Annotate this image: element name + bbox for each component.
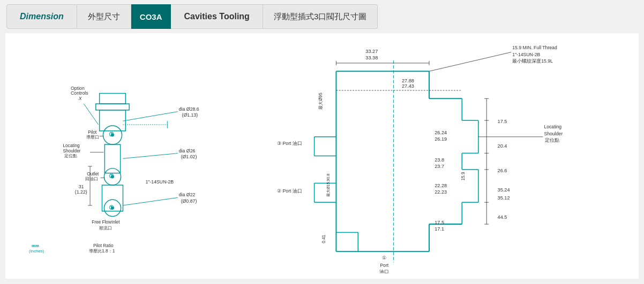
- max15-label: 最大Ø15.90.8: [326, 174, 331, 197]
- dim266-label: 26.6: [498, 168, 507, 173]
- locating-shoulder-chinese: 定位點: [64, 153, 77, 158]
- right-diagram-svg: 33.38 33.27 27.43 27.88 15.9 MIN. Full T…: [225, 39, 633, 273]
- dim238-label: 23.8: [435, 157, 444, 163]
- svg-rect-0: [100, 94, 126, 104]
- pilot-ratio-label: Pilot Ratio: [93, 243, 114, 248]
- svg-line-11: [84, 104, 98, 125]
- dim159-label: 15.9: [461, 172, 466, 180]
- dim2743-label: 27.43: [402, 83, 414, 89]
- thread-label: 1"-14SUN-2B: [145, 179, 174, 185]
- port3-circle: ③ Port 油口: [277, 141, 302, 146]
- dim2223-label: 22.23: [435, 189, 447, 195]
- option-controls-label: Option: [71, 86, 85, 91]
- main-container: Dimension 外型尺寸 CO3A Cavities Tooling 浮動型…: [0, 0, 644, 284]
- dim171-label: 17.1: [435, 226, 444, 232]
- dia22-inches-label: (Ø0.87): [181, 198, 197, 204]
- dim175top-label: 17.5: [435, 220, 444, 225]
- port1-chinese: 油口: [379, 269, 389, 273]
- port2-circle: ② Port 油口: [277, 188, 302, 194]
- circle3-label: ③: [109, 131, 114, 137]
- dim3338-label: 33.38: [365, 55, 378, 60]
- tab-cavities[interactable]: Cavities Tooling: [171, 4, 263, 29]
- outlet-chinese: 回油口: [85, 176, 98, 181]
- svg-line-16: [123, 197, 177, 205]
- dim3524-label: 35.24: [498, 187, 510, 193]
- left-diagram: Option Controls X ③ ②: [11, 39, 214, 273]
- dia26-label: dia Ø26: [179, 148, 196, 153]
- dim2228-label: 22.28: [435, 183, 447, 188]
- dim2619-label: 26.19: [435, 136, 447, 142]
- mm-label: mm: [32, 243, 39, 248]
- option-controls-x: X: [78, 96, 83, 101]
- dim3327-label: 33.27: [365, 49, 378, 54]
- svg-rect-1: [96, 104, 129, 110]
- dia286-inches-label: (Ø1.13): [182, 112, 198, 118]
- dim2624-label: 26.24: [435, 130, 447, 135]
- inches-label: (Inches): [29, 249, 44, 254]
- tab-cavities-label: Cavities Tooling: [184, 12, 249, 21]
- circle2-label: ②: [109, 173, 114, 179]
- dim122-label: (1.22): [75, 189, 87, 195]
- dim2788-label: 27.88: [402, 78, 414, 83]
- dim204-label: 20.4: [498, 143, 507, 149]
- dim041-label: 0.41: [321, 235, 326, 243]
- tab-chinese2[interactable]: 浮動型插式3口閥孔尺寸圖: [263, 4, 378, 29]
- pilot-chinese: 導壓口: [86, 135, 99, 140]
- tab-dimension[interactable]: Dimension: [6, 4, 77, 29]
- tab-code-label: CO3A: [140, 12, 162, 21]
- svg-rect-2: [100, 110, 126, 131]
- dim3512-label: 35.12: [498, 195, 510, 201]
- locating-shoulder-right-chinese: 定位點: [545, 137, 559, 143]
- full-thread-label: 15.9 MIN. Full Thread: [512, 45, 557, 50]
- tab-dimension-label: Dimension: [20, 12, 64, 21]
- locating-shoulder-right: Locating: [544, 124, 561, 129]
- freeflow-label: Free FlowInlet: [92, 220, 120, 225]
- svg-line-15: [123, 153, 177, 159]
- freeflow-chinese: 順流口: [99, 226, 112, 231]
- dim445-label: 44.5: [498, 214, 507, 220]
- dia26-inches-label: (Ø1.02): [181, 154, 197, 159]
- outlet-label: Outlet: [87, 172, 99, 176]
- tab-chinese1-label: 外型尺寸: [88, 12, 120, 22]
- port1-circle: ①: [382, 255, 386, 260]
- header: Dimension 外型尺寸 CO3A Cavities Tooling 浮動型…: [0, 0, 644, 33]
- left-diagram-svg: Option Controls X ③ ②: [11, 39, 214, 273]
- content-area: Option Controls X ③ ②: [5, 33, 639, 279]
- thread-chinese-label: 最小螺紋深度15.9L: [512, 58, 553, 64]
- option-controls-label2: Controls: [71, 91, 88, 96]
- tab-code[interactable]: CO3A: [131, 4, 171, 29]
- dim237-label: 23.7: [435, 164, 444, 169]
- locating-shoulder-label: Locating: [63, 143, 80, 148]
- dia286-label: dia Ø28.6: [179, 106, 199, 112]
- locating-shoulder-right2: Shoulder: [544, 131, 563, 136]
- svg-line-52: [429, 52, 511, 72]
- dim175-label: 17.5: [498, 119, 507, 124]
- svg-line-14: [123, 112, 177, 121]
- dia22-label: dia Ø22: [179, 193, 196, 198]
- port1-label: Port: [380, 263, 388, 268]
- circle1-label: ①: [109, 204, 114, 211]
- tab-chinese2-label: 浮動型插式3口閥孔尺寸圖: [274, 12, 366, 22]
- tab-chinese1[interactable]: 外型尺寸: [77, 4, 131, 29]
- max95-label: 最大Ø95: [318, 93, 323, 110]
- dim31-label: 31: [79, 184, 84, 189]
- thread-spec-label: 1"-14SUN-2B: [512, 52, 540, 57]
- pilot-ratio-value: 導壓比1.8：1: [89, 249, 115, 254]
- locating-shoulder-label2: Shoulder: [63, 149, 80, 153]
- right-diagram: 33.38 33.27 27.43 27.88 15.9 MIN. Full T…: [225, 39, 633, 273]
- pilot-label: Pilot: [88, 130, 97, 135]
